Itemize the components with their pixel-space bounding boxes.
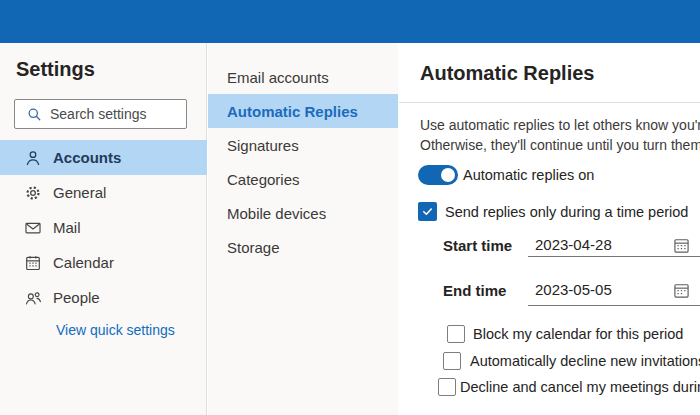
sidebar-item-people[interactable]: People [0, 280, 207, 315]
sidebar-nav: Accounts General Mail [0, 140, 207, 315]
category-item-categories[interactable]: Categories [208, 162, 398, 196]
category-item-storage[interactable]: Storage [208, 230, 398, 264]
decline-cancel-meetings-checkbox[interactable] [438, 378, 456, 396]
block-calendar-checkbox[interactable] [447, 325, 465, 343]
end-time-underline [528, 305, 700, 306]
settings-title: Settings [16, 55, 95, 83]
category-item-signatures[interactable]: Signatures [208, 128, 398, 162]
decline-invitations-checkbox[interactable] [443, 352, 461, 370]
category-list: Email accounts Automatic Replies Signatu… [208, 60, 398, 264]
search-box[interactable] [14, 99, 187, 129]
sidebar-item-calendar[interactable]: Calendar [0, 245, 207, 280]
start-date-picker-icon[interactable] [673, 237, 690, 254]
calendar-icon [24, 253, 44, 273]
end-time-input[interactable]: 2023-05-05 [535, 281, 612, 299]
search-icon [27, 107, 42, 122]
end-time-label: End time [443, 282, 506, 300]
gear-icon [24, 183, 44, 203]
sidebar-item-label: Mail [53, 219, 81, 236]
search-input[interactable] [50, 106, 170, 122]
start-time-underline [528, 256, 700, 257]
sidebar-item-label: Accounts [53, 149, 121, 166]
outlook-settings-window: Settings Accounts [0, 0, 700, 415]
panel-title: Automatic Replies [420, 59, 594, 87]
decline-invitations-label: Automatically decline new invitations f [470, 353, 700, 370]
settings-category-list: Email accounts Automatic Replies Signatu… [208, 43, 398, 415]
decline-cancel-meetings-label: Decline and cancel my meetings during [460, 379, 700, 396]
people-icon [24, 288, 44, 308]
sidebar-item-general[interactable]: General [0, 175, 207, 210]
sidebar-item-label: People [53, 289, 100, 306]
automatic-replies-toggle[interactable] [418, 165, 458, 185]
time-period-checkbox-label: Send replies only during a time period [445, 204, 688, 220]
toggle-knob-icon [441, 168, 455, 182]
description-line-2: Otherwise, they'll continue until you tu… [420, 135, 700, 155]
sidebar-item-mail[interactable]: Mail [0, 210, 207, 245]
sidebar-item-label: Calendar [53, 254, 114, 271]
block-calendar-label: Block my calendar for this period [473, 326, 683, 343]
category-item-automatic-replies[interactable]: Automatic Replies [208, 94, 398, 128]
start-time-label: Start time [443, 237, 512, 255]
checkmark-icon [421, 205, 434, 218]
toggle-label: Automatic replies on [463, 168, 594, 183]
person-icon [24, 148, 44, 168]
end-date-picker-icon[interactable] [673, 282, 690, 299]
settings-sidebar: Settings Accounts [0, 43, 207, 415]
start-time-input[interactable]: 2023-04-28 [535, 236, 612, 254]
time-period-checkbox[interactable] [418, 202, 437, 221]
sidebar-item-accounts[interactable]: Accounts [0, 140, 207, 175]
sidebar-item-label: General [53, 184, 106, 201]
app-header-bar [0, 0, 700, 43]
panel-divider [399, 102, 700, 103]
mail-icon [24, 218, 44, 238]
view-quick-settings-link[interactable]: View quick settings [56, 322, 175, 338]
category-item-mobile-devices[interactable]: Mobile devices [208, 196, 398, 230]
description-line-1: Use automatic replies to let others know… [420, 115, 700, 135]
category-item-email-accounts[interactable]: Email accounts [208, 60, 398, 94]
automatic-replies-panel: Automatic Replies Use automatic replies … [399, 43, 700, 415]
